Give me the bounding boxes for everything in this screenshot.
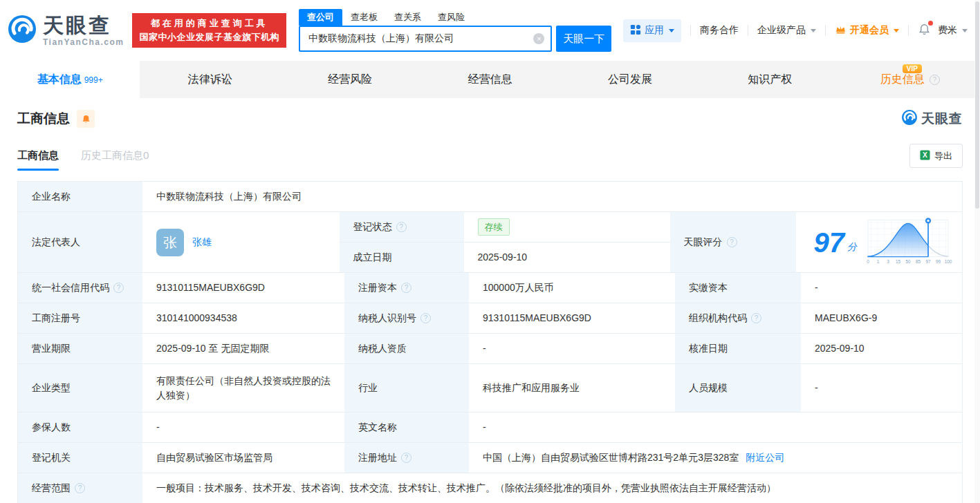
svg-text:97: 97 — [925, 258, 931, 263]
field-label: 统一社会信用代码 — [32, 281, 109, 295]
tab-basic-info[interactable]: 基本信息 999+ — [0, 61, 140, 98]
open-vip-label: 开通会员 — [850, 24, 889, 37]
export-button[interactable]: X 导出 — [909, 144, 963, 168]
score-cell: 97 分 — [796, 212, 963, 272]
subtab-business-info[interactable]: 工商信息 — [17, 149, 59, 171]
business-cooperation-menu[interactable]: 商务合作 — [700, 24, 739, 37]
table-row-credit-code: 统一社会信用代码 ? 91310115MAEUBX6G9D 注册资本 ? 100… — [18, 273, 962, 303]
user-menu[interactable]: 费米 — [938, 24, 968, 37]
field-label: 法定代表人 — [18, 212, 142, 272]
legal-rep-link[interactable]: 张雄 — [192, 235, 212, 249]
section-title: 工商信息 — [17, 110, 70, 128]
search-tab-boss[interactable]: 查老板 — [342, 9, 386, 26]
field-label-wrap: 天眼评分 ? — [670, 212, 796, 272]
field-value: MAEUBX6G-9 — [801, 303, 962, 333]
field-value: - — [469, 412, 962, 442]
watermark-logo-icon — [901, 109, 918, 129]
tab-intellectual-property[interactable]: 知识产权 — [700, 61, 840, 98]
search-tab-company[interactable]: 查公司 — [299, 9, 342, 26]
field-label: 行业 — [344, 364, 469, 412]
tab-operating-info-label: 经营信息 — [468, 73, 512, 87]
help-icon[interactable]: ? — [396, 222, 407, 232]
field-label: 企业类型 — [18, 364, 142, 412]
field-value: 2025-09-10 — [464, 243, 670, 273]
divider — [908, 25, 909, 36]
legal-rep-cell: 张 张雄 — [142, 212, 340, 272]
score-value: 97 — [814, 229, 845, 256]
field-label: 天眼评分 — [684, 235, 723, 249]
nearby-companies-link[interactable]: 附近公司 — [746, 450, 784, 465]
help-icon[interactable]: ? — [401, 453, 412, 463]
field-label-wrap: 经营范围 ? — [18, 473, 142, 503]
tab-legal-proceedings[interactable]: 法律诉讼 — [140, 61, 279, 98]
tab-company-development[interactable]: 公司发展 — [560, 61, 700, 98]
bell-icon — [918, 27, 931, 38]
svg-text:50: 50 — [905, 258, 911, 263]
score-unit: 分 — [847, 240, 857, 254]
top-header: 天眼查 TianYanCha.com 都在用的商业查询工具 国家中小企业发展子基… — [0, 0, 980, 61]
enterprise-product-menu[interactable]: 企业级产品 — [757, 24, 816, 37]
tab-intellectual-property-label: 知识产权 — [748, 73, 792, 87]
tab-history-info-label: 历史信息 — [880, 73, 925, 87]
field-value: 自由贸易试验区市场监管局 — [142, 443, 344, 473]
svg-text:X: X — [923, 151, 927, 159]
field-value: - — [801, 273, 962, 303]
subtab-history-business-info[interactable]: 历史工商信息0 — [81, 149, 149, 171]
apps-menu-label: 应用 — [645, 24, 664, 37]
search-input[interactable] — [300, 27, 551, 50]
reg-address-value: 中国（上海）自由贸易试验区世博村路231号2单元3层328室 — [483, 450, 739, 465]
subscribe-bell-button[interactable] — [77, 110, 95, 128]
help-icon[interactable]: ? — [75, 483, 85, 493]
search-button[interactable]: 天眼一下 — [556, 26, 611, 52]
help-icon[interactable]: ? — [727, 237, 737, 247]
tianyancha-logo[interactable]: 天眼查 TianYanCha.com — [7, 14, 124, 47]
avatar[interactable]: 张 — [156, 229, 184, 256]
field-value: 310141000934538 — [142, 303, 344, 333]
apps-menu[interactable]: 应用 — [623, 19, 681, 42]
svg-text:99: 99 — [936, 258, 941, 263]
field-label: 实缴资本 — [675, 273, 801, 303]
crown-icon — [835, 24, 847, 37]
open-vip-menu[interactable]: 开通会员 — [835, 24, 899, 37]
divider — [748, 25, 748, 36]
tab-operating-info[interactable]: 经营信息 — [420, 61, 560, 98]
field-label: 参保人数 — [18, 412, 142, 442]
search-tab-risk[interactable]: 查风险 — [429, 9, 473, 26]
field-value-text: 有限责任公司（非自然人投资或控股的法人独资） — [156, 374, 335, 403]
app-grid-icon — [630, 24, 641, 37]
help-icon[interactable]: ? — [420, 313, 431, 323]
scrollbar[interactable] — [974, 0, 980, 503]
help-icon[interactable]: ? — [113, 283, 124, 293]
tab-legal-proceedings-label: 法律诉讼 — [188, 73, 232, 87]
promo-banner: 都在用的商业查询工具 国家中小企业发展子基金旗下机构 — [132, 13, 286, 48]
tab-operating-risk-label: 经营风险 — [328, 73, 372, 87]
help-icon[interactable]: ? — [751, 313, 761, 323]
field-label-wrap: 纳税人识别号 ? — [344, 303, 469, 333]
field-label: 纳税人识别号 — [358, 311, 416, 325]
orange-bell-icon — [81, 114, 91, 124]
field-label: 注册资本 — [358, 281, 397, 295]
tab-history-info[interactable]: VIP 历史信息 ? — [840, 61, 980, 98]
field-value: 一般项目：技术服务、技术开发、技术咨询、技术交流、技术转让、技术推广。（除依法须… — [142, 473, 962, 503]
score-curve-chart: 0 1 3 15 50 85 97 99 100 — [864, 216, 952, 269]
logo-domain-text: TianYanCha.com — [43, 38, 124, 46]
main-content: 工商信息 天眼查 工商信息 历史工商信息0 — [0, 109, 980, 503]
scrollbar-thumb[interactable] — [975, 1, 979, 209]
search-input-wrap: × — [299, 26, 552, 52]
field-label: 经营范围 — [32, 481, 71, 495]
field-label: 工商注册号 — [18, 303, 142, 333]
tab-operating-risk[interactable]: 经营风险 — [280, 61, 420, 98]
table-row-company-name: 企业名称 中数联物流科技（上海）有限公司 — [18, 182, 962, 212]
svg-text:0: 0 — [867, 258, 869, 263]
help-icon[interactable]: ? — [401, 283, 412, 293]
field-label: 登记机关 — [18, 443, 142, 473]
field-label: 纳税人资质 — [344, 334, 469, 363]
search-tab-relation[interactable]: 查关系 — [386, 9, 429, 26]
field-value: - — [142, 412, 344, 442]
help-icon[interactable]: ? — [930, 75, 940, 85]
business-cooperation-label: 商务合作 — [700, 24, 739, 37]
notification-bell-button[interactable] — [918, 23, 931, 38]
field-label: 成立日期 — [340, 243, 464, 273]
field-value: 100000万人民币 — [469, 273, 675, 303]
table-row-company-type: 企业类型 有限责任公司（非自然人投资或控股的法人独资） 行业 科技推广和应用服务… — [18, 364, 962, 412]
